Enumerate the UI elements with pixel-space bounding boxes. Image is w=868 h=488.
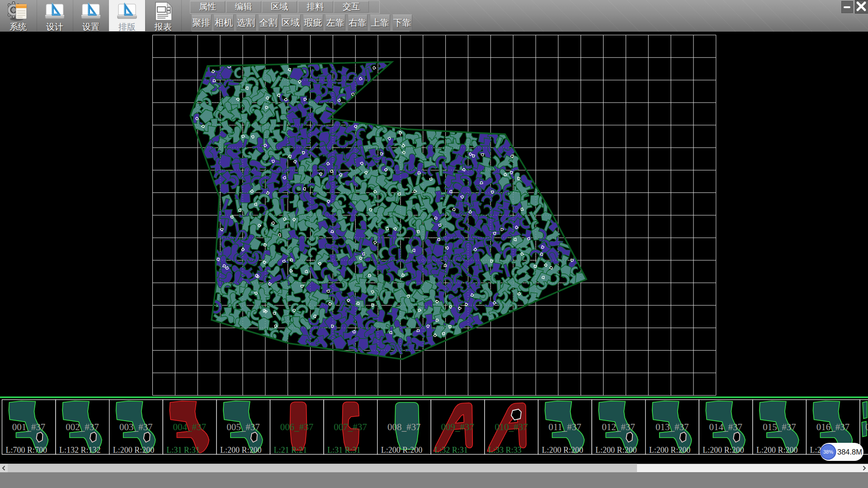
svg-text:L:200 R:200: L:200 R:200: [703, 446, 744, 455]
svg-text:001_#37: 001_#37: [12, 422, 46, 432]
svg-text:013_#37: 013_#37: [656, 422, 689, 432]
svg-text:004_#37: 004_#37: [173, 422, 207, 432]
svg-text:016_#37: 016_#37: [816, 422, 850, 432]
svg-text:L:200 R:200: L:200 R:200: [756, 446, 798, 455]
svg-text:L:132 R:132: L:132 R:132: [59, 446, 101, 455]
svg-text:005_#37: 005_#37: [226, 422, 260, 432]
svg-text:003_#37: 003_#37: [119, 422, 153, 432]
svg-text:0: 0: [865, 422, 868, 432]
svg-text:L:200 R:200: L:200 R:200: [220, 446, 262, 455]
svg-text:L:200 R:200: L:200 R:200: [381, 446, 423, 455]
svg-text:006_#37: 006_#37: [280, 422, 314, 432]
svg-text:010_#37: 010_#37: [495, 422, 528, 432]
svg-text:L:31 R:31: L:31 R:31: [166, 446, 200, 455]
svg-text:002_#37: 002_#37: [66, 422, 99, 432]
svg-text:007_#37: 007_#37: [334, 422, 367, 432]
svg-text:L:21 R:21: L:21 R:21: [274, 446, 307, 455]
svg-text:015_#37: 015_#37: [763, 422, 796, 432]
svg-text:L:200 R:200: L:200 R:200: [595, 446, 637, 455]
svg-text:38%: 38%: [823, 449, 833, 455]
svg-text:012_#37: 012_#37: [602, 422, 635, 432]
svg-text:009_#37: 009_#37: [441, 422, 475, 432]
svg-text:384.8M: 384.8M: [837, 448, 862, 456]
svg-text:L:200 R:200: L:200 R:200: [113, 446, 155, 455]
svg-text:L:200 R:200: L:200 R:200: [649, 446, 691, 455]
svg-text:011_#37: 011_#37: [548, 422, 581, 432]
svg-text:L:33 R:33: L:33 R:33: [488, 446, 522, 455]
svg-text:008_#37: 008_#37: [387, 422, 421, 432]
svg-text:L:31 R:31: L:31 R:31: [327, 446, 361, 455]
svg-text:L:700 R:700: L:700 R:700: [6, 446, 47, 455]
svg-text:L:32 R:31: L:32 R:31: [434, 446, 468, 455]
svg-text:L:200 R:200: L:200 R:200: [542, 446, 584, 455]
svg-text:014_#37: 014_#37: [709, 422, 743, 432]
